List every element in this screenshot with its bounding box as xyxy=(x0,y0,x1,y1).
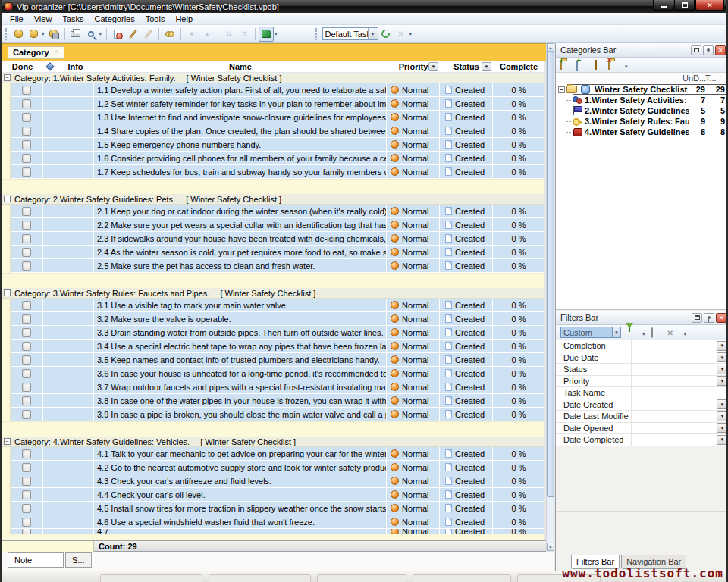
filter-value-area[interactable] xyxy=(632,399,717,411)
filter-view-combo[interactable]: Custom ▼ xyxy=(560,327,621,338)
find-tasks-button[interactable] xyxy=(162,27,177,42)
task-name[interactable]: 1.6 Consider providing cell phones for a… xyxy=(94,152,387,165)
new-database-button[interactable] xyxy=(11,27,26,42)
move-down-button[interactable]: ▼ xyxy=(184,27,199,42)
filters-pin-button[interactable] xyxy=(704,313,714,323)
menu-file[interactable]: File xyxy=(5,14,29,24)
scroll-down-button[interactable]: ▼ xyxy=(547,543,554,551)
tree-category-row[interactable]: 3.Winter Safety Rules: Faucet 9 9 xyxy=(556,116,728,127)
tree-category-row[interactable]: 4.Winter Safety Guidelines: Ve 8 8 xyxy=(556,127,728,137)
filter-dropdown-button[interactable]: ▼ xyxy=(717,341,728,351)
task-priority-cell[interactable]: Normal xyxy=(387,205,440,218)
filter-value-area[interactable] xyxy=(632,340,717,352)
task-name[interactable]: 2.1 Keep your dog or cat indoor during t… xyxy=(94,205,387,218)
task-row[interactable]: 4.3 Check your car's antifreeze and flui… xyxy=(2,474,544,488)
task-done-checkbox[interactable] xyxy=(22,449,31,458)
task-priority-cell[interactable]: Normal xyxy=(387,97,440,111)
task-status-cell[interactable]: Created xyxy=(440,461,493,474)
task-status-cell[interactable]: Created xyxy=(440,124,493,138)
task-status-cell[interactable]: Created xyxy=(440,367,493,380)
task-done-checkbox[interactable] xyxy=(22,477,31,486)
task-priority-cell[interactable]: Normal xyxy=(387,502,440,515)
task-name[interactable]: 1.4 Share copies of the plan. Once creat… xyxy=(94,124,387,138)
task-priority-cell[interactable]: Normal xyxy=(387,515,440,529)
task-done-checkbox[interactable] xyxy=(22,314,31,324)
task-name[interactable]: 2.3 If sidewalks around your house have … xyxy=(94,232,387,246)
task-priority-cell[interactable]: Normal xyxy=(387,138,440,152)
filter-view-combo-dropdown-icon[interactable]: ▼ xyxy=(612,327,620,337)
task-done-checkbox[interactable] xyxy=(22,342,31,351)
task-row[interactable]: 3.3 Drain standing water from outside pi… xyxy=(2,326,544,340)
task-status-cell[interactable]: Created xyxy=(440,232,493,246)
filter-value-area[interactable] xyxy=(632,434,717,446)
view-mode-dropdown-icon[interactable]: ▾ xyxy=(275,30,278,37)
task-name[interactable]: 4.5 Install snow tires for more traction… xyxy=(94,502,387,515)
category-group-header[interactable]: − Category: 1.Winter Safety Activities: … xyxy=(2,73,544,83)
task-status-cell[interactable]: Created xyxy=(440,111,493,124)
task-status-cell[interactable]: Created xyxy=(440,529,493,534)
task-row[interactable]: 2.5 Make sure the pet has access to clea… xyxy=(2,259,544,273)
task-row[interactable]: 3.1 Use a visible tag to mark your main … xyxy=(2,299,544,312)
task-priority-cell[interactable]: Normal xyxy=(387,474,440,488)
vertical-scrollbar[interactable]: ▲ ▼ xyxy=(546,43,554,551)
task-priority-cell[interactable]: Normal xyxy=(387,367,440,380)
task-row[interactable]: 2.1 Keep your dog or cat indoor during t… xyxy=(2,205,544,218)
task-done-checkbox[interactable] xyxy=(22,248,31,257)
filter-value-area[interactable] xyxy=(632,352,717,364)
categories-bar-header[interactable]: Categories Bar ✕ xyxy=(556,43,728,58)
categories-close-button[interactable]: ✕ xyxy=(715,45,726,55)
task-row[interactable]: 3.9 In case a pipe is broken, you should… xyxy=(2,408,544,421)
add-category-button[interactable] xyxy=(560,61,572,70)
restore-button[interactable] xyxy=(674,0,695,11)
task-done-checkbox[interactable] xyxy=(22,113,31,122)
scrollbar-thumb[interactable] xyxy=(547,52,554,497)
task-done-checkbox[interactable] xyxy=(22,167,31,177)
task-status-cell[interactable]: Created xyxy=(440,218,493,232)
filters-close-button[interactable]: ✕ xyxy=(716,313,726,323)
task-row[interactable]: 1.2 Set winter safety reminder for key t… xyxy=(2,97,544,111)
clear-filter-button[interactable]: ✕ xyxy=(667,328,679,337)
menu-tools[interactable]: Tools xyxy=(140,14,171,24)
task-done-checkbox[interactable] xyxy=(22,301,31,310)
task-name[interactable]: 3.4 Use a special electric heat tape to … xyxy=(94,340,387,353)
collapse-tree-icon[interactable]: − xyxy=(558,86,565,93)
task-status-cell[interactable]: Created xyxy=(440,353,493,367)
edit-task-button[interactable] xyxy=(125,27,140,42)
task-name[interactable]: 2.2 Make sure your pet wears a special c… xyxy=(94,218,387,232)
task-priority-cell[interactable]: Normal xyxy=(387,259,440,273)
task-name[interactable]: 1.2 Set winter safety reminder for key t… xyxy=(94,97,387,111)
task-done-checkbox[interactable] xyxy=(22,86,31,95)
task-priority-cell[interactable]: Normal xyxy=(387,340,440,353)
task-status-cell[interactable]: Created xyxy=(440,380,493,394)
task-name[interactable]: 1.3 Use Internet to find and investigate… xyxy=(94,111,387,124)
task-status-cell[interactable]: Created xyxy=(440,152,493,165)
categories-toolbar-overflow-icon[interactable]: ▾ xyxy=(625,62,628,70)
add-subcategory-button[interactable] xyxy=(576,61,588,70)
column-header-done[interactable]: Done xyxy=(2,61,43,72)
task-done-checkbox[interactable] xyxy=(22,504,31,513)
task-done-checkbox[interactable] xyxy=(22,383,31,392)
task-row[interactable]: 1.3 Use Internet to find and investigate… xyxy=(2,111,544,124)
task-status-cell[interactable]: Created xyxy=(440,340,493,353)
move-top-button[interactable]: ⇈ xyxy=(237,27,252,42)
column-header-undone[interactable]: UnD... xyxy=(682,73,705,83)
menu-view[interactable]: View xyxy=(29,14,58,24)
task-priority-cell[interactable]: Normal xyxy=(387,83,440,97)
print-preview-button[interactable] xyxy=(83,27,99,42)
tree-category-row[interactable]: 2.Winter Safety Guidelines: Pe 5 5 xyxy=(556,105,728,116)
tab-note[interactable]: Note xyxy=(8,552,64,568)
tree-root-row[interactable]: − Winter Safety Checklist 29 29 xyxy=(556,84,728,95)
task-name[interactable]: 4.2 Go to the nearest automotive supply … xyxy=(94,461,387,474)
task-done-checkbox[interactable] xyxy=(22,518,31,527)
task-status-cell[interactable]: Created xyxy=(440,138,493,152)
menu-categories[interactable]: Categories xyxy=(89,14,140,24)
task-name[interactable]: 4.7 xyxy=(94,529,387,534)
task-row[interactable]: 1.6 Consider providing cell phones for a… xyxy=(2,152,544,165)
filter-value-area[interactable] xyxy=(632,364,717,375)
task-priority-cell[interactable]: Normal xyxy=(387,218,440,232)
filter-dropdown-button[interactable]: ▼ xyxy=(717,411,728,421)
task-name[interactable]: 3.1 Use a visible tag to mark your main … xyxy=(94,299,387,312)
task-status-cell[interactable]: Created xyxy=(440,246,493,259)
priority-filter-button[interactable]: ▼ xyxy=(428,62,438,71)
task-done-checkbox[interactable] xyxy=(22,234,31,243)
